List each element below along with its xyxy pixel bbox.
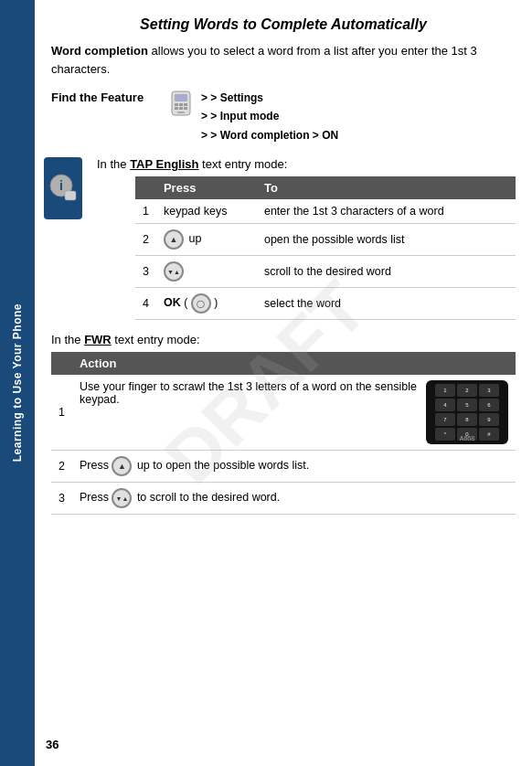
svg-rect-5 (175, 107, 178, 110)
row-press: ▲ up (156, 224, 257, 256)
keypad-model-label: A668 (460, 435, 474, 442)
row-to: open the possible words list (257, 224, 516, 256)
sidebar: Learning to Use Your Phone (0, 0, 35, 766)
key-4: 4 (435, 399, 455, 411)
page-number: 36 (46, 738, 59, 751)
fwr-intro-post: text entry mode: (112, 333, 200, 346)
svg-rect-1 (175, 94, 187, 101)
row-to: select the word (257, 288, 516, 320)
fwr-col-action: Action (72, 352, 516, 375)
row-action: Press ▲ up to open the possible words li… (72, 451, 516, 483)
page-title: Setting Words to Complete Automatically (51, 16, 516, 33)
tap-intro-post: text entry mode: (199, 157, 288, 171)
key-7: 7 (435, 413, 455, 426)
table-row: 4 OK ( ◯ ) select the word (135, 288, 516, 320)
find-feature-box: Find the Feature > > Settings > > Input … (51, 89, 516, 144)
tap-intro-pre: In the (97, 157, 130, 171)
fwr-intro-text: In the FWR text entry mode: (51, 333, 516, 346)
tap-section: i In the TAP English text entry mode: Pr… (51, 157, 516, 320)
fwr-section: In the FWR text entry mode: Action 1 Use… (51, 333, 516, 515)
row-num: 4 (135, 288, 156, 320)
row-num: 1 (51, 375, 72, 451)
row-action-text: Use your finger to scrawl the 1st 3 lett… (80, 380, 419, 406)
key-9: 9 (479, 413, 499, 426)
key-star: * (435, 428, 455, 441)
row-press: keypad keys (156, 199, 257, 224)
table-row: 2 ▲ up open the possible words list (135, 224, 516, 256)
svg-rect-2 (175, 103, 178, 106)
tap-table: Press To 1 keypad keys enter the 1st 3 c… (135, 176, 516, 320)
ok-btn-icon: ◯ (191, 293, 211, 314)
row-num: 2 (51, 451, 72, 483)
phone-menu-icon (170, 90, 196, 116)
table-row: 1 keypad keys enter the 1st 3 characters… (135, 199, 516, 224)
nav-up-icon-2: ▲ (112, 456, 132, 476)
row-to: scroll to the desired word (257, 256, 516, 288)
row-action-post: up to open the possible words list. (137, 459, 309, 472)
fwr-intro-pre: In the (51, 333, 84, 346)
tap-col-num (135, 176, 156, 199)
tap-col-press: Press (156, 176, 257, 199)
nav-up-icon: ▲ (164, 229, 184, 250)
ok-label: OK (164, 296, 181, 309)
keypad-image: 1 2 3 4 5 6 7 8 9 * (426, 380, 508, 444)
table-row: 3 Press ▼▲ to scroll to the desired word… (51, 483, 516, 515)
svg-rect-3 (179, 103, 183, 106)
tap-intro: In the TAP English text entry mode: Pres… (90, 157, 516, 320)
row-action-pre: Press (80, 459, 112, 472)
intro-paragraph: Word completion allows you to select a w… (51, 42, 516, 78)
row-num: 3 (135, 256, 156, 288)
row-content: Use your finger to scrawl the 1st 3 lett… (80, 380, 508, 444)
fwr-table: Action 1 Use your finger to scrawl the 1… (51, 352, 516, 515)
row-press: OK ( ◯ ) (156, 288, 257, 320)
table-row: 1 Use your finger to scrawl the 1st 3 le… (51, 375, 516, 451)
row-action-post: to scroll to the desired word. (137, 491, 280, 504)
feature-path-item-1: > > Settings (201, 89, 338, 107)
tap-col-to: To (257, 176, 516, 199)
nav-scroll-icon: ▼▲ (164, 261, 184, 282)
svg-rect-6 (179, 107, 183, 110)
feature-path-item-3: > > Word completion > ON (201, 126, 338, 144)
tap-intro-text: In the TAP English text entry mode: (97, 157, 516, 171)
fwr-col-num (51, 352, 72, 375)
key-5: 5 (457, 399, 477, 411)
row-action: Use your finger to scrawl the 1st 3 lett… (72, 375, 516, 451)
table-row: 3 ▼▲ scroll to the desired word (135, 256, 516, 288)
key-8: 8 (457, 413, 477, 426)
info-icon: i (48, 173, 78, 205)
row-num: 1 (135, 199, 156, 224)
fwr-label: FWR (84, 333, 112, 346)
svg-rect-4 (184, 103, 187, 106)
svg-rect-11 (65, 191, 76, 200)
key-1: 1 (435, 384, 455, 397)
key-3: 3 (479, 384, 499, 397)
svg-text:i: i (59, 178, 63, 193)
main-content: Setting Words to Complete Automatically … (35, 0, 532, 531)
row-action-pre: Press (80, 491, 112, 504)
nav-scroll-icon-2: ▼▲ (112, 488, 132, 508)
feature-path: > > Settings > > Input mode > > Word com… (201, 89, 338, 144)
word-completion-term: Word completion (51, 44, 148, 58)
svg-rect-7 (184, 107, 187, 110)
info-icon-box: i (44, 157, 82, 219)
find-feature-content: > > Settings > > Input mode > > Word com… (170, 89, 338, 144)
row-num: 2 (135, 224, 156, 256)
key-6: 6 (479, 399, 499, 411)
key-2: 2 (457, 384, 477, 397)
row-num: 3 (51, 483, 72, 515)
row-press: ▼▲ (156, 256, 257, 288)
row-to: enter the 1st 3 characters of a word (257, 199, 516, 224)
sidebar-label: Learning to Use Your Phone (11, 303, 24, 462)
row-action: Press ▼▲ to scroll to the desired word. (72, 483, 516, 515)
table-row: 2 Press ▲ up to open the possible words … (51, 451, 516, 483)
key-hash: # (479, 428, 499, 441)
feature-path-item-2: > > Input mode (201, 107, 338, 125)
find-feature-label: Find the Feature (51, 89, 170, 104)
svg-rect-8 (177, 112, 185, 113)
tap-english-label: TAP English (130, 157, 198, 171)
info-svg: i (48, 173, 78, 202)
